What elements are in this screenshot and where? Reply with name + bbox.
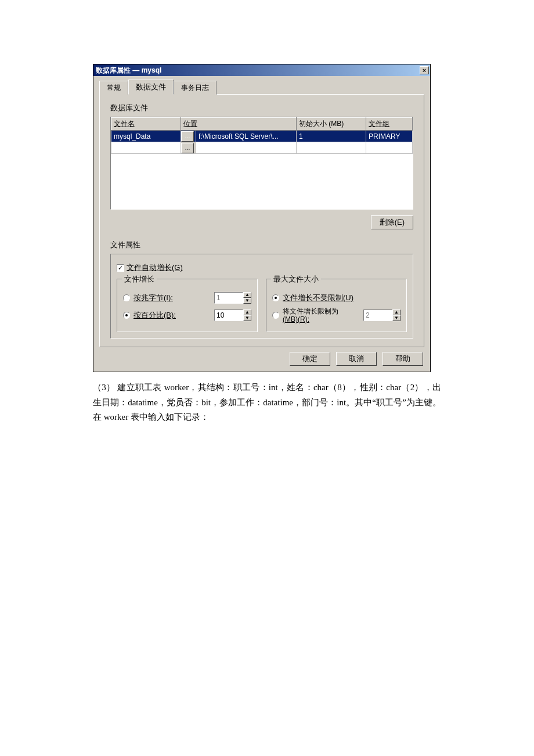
limit-input: [363, 309, 392, 321]
radio-limited[interactable]: [272, 312, 279, 319]
radio-bymb-label: 按兆字节(I):: [134, 293, 173, 303]
mb-input: [214, 292, 243, 304]
titlebar[interactable]: 数据库属性 — mysql ×: [93, 64, 430, 76]
help-button[interactable]: 帮助: [383, 352, 423, 366]
table-row[interactable]: mysql_Data ... f:\Microsoft SQL Server\.…: [111, 131, 413, 142]
tab-datafiles[interactable]: 数据文件: [128, 80, 174, 95]
file-attrs-group: ✓ 文件自动增长(G) 文件增长 按兆字节(I): ▲▼: [110, 254, 413, 339]
file-attrs-label: 文件属性: [110, 240, 413, 250]
cell-location[interactable]: f:\Microsoft SQL Server\...: [196, 131, 296, 142]
pct-input[interactable]: [214, 309, 243, 321]
radio-bypct-label: 按百分比(B):: [134, 310, 176, 321]
close-icon[interactable]: ×: [420, 66, 429, 74]
cell-initsize[interactable]: 1: [297, 131, 366, 142]
growth-legend: 文件增长: [122, 274, 157, 285]
autogrow-checkbox[interactable]: ✓: [117, 264, 124, 272]
col-initsize[interactable]: 初始大小 (MB): [297, 118, 366, 131]
radio-limited-label: 将文件增长限制为 (MB)(R):: [283, 307, 338, 324]
file-table: 文件名 位置 初始大小 (MB) 文件组 mysql_Data ... f:\M…: [110, 117, 413, 210]
cell-filename[interactable]: mysql_Data: [111, 131, 181, 142]
ok-button[interactable]: 确定: [290, 352, 330, 366]
dialog-buttons: 确定 取消 帮助: [99, 347, 424, 366]
radio-unlimited-label: 文件增长不受限制(U): [283, 293, 353, 303]
cell-filegroup[interactable]: PRIMARY: [366, 131, 412, 142]
col-filegroup[interactable]: 文件组: [366, 118, 413, 131]
tab-panel: 数据库文件 文件名 位置 初始大小 (MB): [99, 94, 424, 347]
radio-bypct[interactable]: [123, 312, 130, 319]
delete-button[interactable]: 删除(E): [371, 215, 413, 229]
table-row[interactable]: ...: [111, 142, 413, 154]
window-title: 数据库属性 — mysql: [96, 66, 161, 75]
db-properties-dialog: 数据库属性 — mysql × 常规 数据文件 事务日志 数据库文件: [93, 64, 431, 372]
browse-button[interactable]: ...: [181, 143, 194, 153]
maxsize-legend: 最大文件大小: [271, 274, 321, 285]
browse-button[interactable]: ...: [181, 131, 194, 142]
autogrow-label: 文件自动增长(G): [127, 262, 183, 273]
radio-unlimited[interactable]: [272, 294, 279, 301]
pct-spinner[interactable]: ▲▼: [243, 309, 251, 321]
growth-group: 文件增长 按兆字节(I): ▲▼ 按: [117, 279, 258, 332]
tab-general[interactable]: 常规: [99, 81, 128, 95]
col-filename[interactable]: 文件名: [111, 118, 181, 131]
limit-spinner: ▲▼: [392, 309, 400, 321]
tab-txlog[interactable]: 事务日志: [174, 81, 217, 95]
col-location[interactable]: 位置: [181, 118, 297, 131]
maxsize-group: 最大文件大小 文件增长不受限制(U) 将文件增长限制为 (MB)(R):: [266, 279, 407, 332]
section-label: 数据库文件: [110, 103, 413, 113]
cancel-button[interactable]: 取消: [336, 352, 377, 366]
mb-spinner: ▲▼: [243, 292, 251, 304]
tab-bar: 常规 数据文件 事务日志: [99, 80, 424, 95]
radio-bymb[interactable]: [123, 294, 130, 301]
document-paragraph: （3） 建立职工表 worker，其结构：职工号：int，姓名：char（8），…: [93, 380, 441, 425]
